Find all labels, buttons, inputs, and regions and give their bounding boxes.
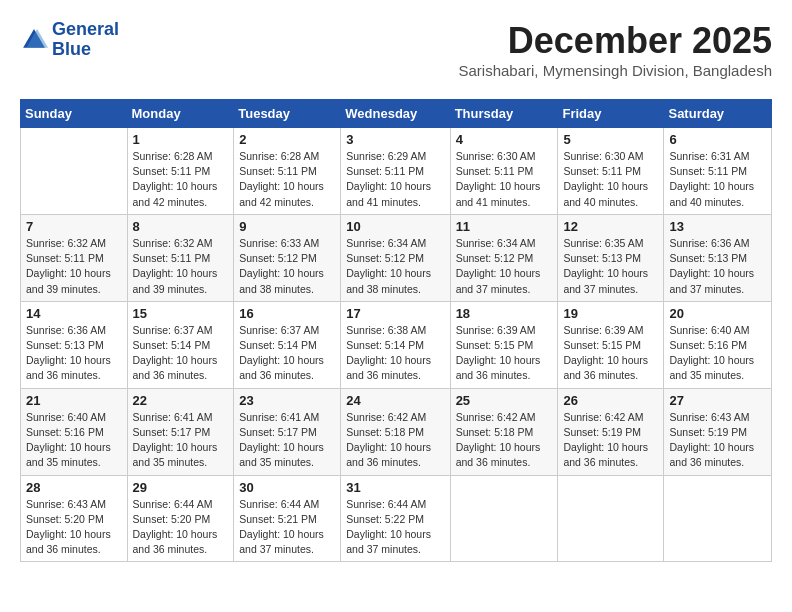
day-cell-3: 3Sunrise: 6:29 AMSunset: 5:11 PMDaylight…: [341, 128, 450, 215]
logo-icon: [20, 26, 48, 54]
day-info-6: Sunrise: 6:31 AMSunset: 5:11 PMDaylight:…: [669, 149, 766, 210]
day-number-19: 19: [563, 306, 658, 321]
logo: General Blue: [20, 20, 119, 60]
day-info-28: Sunrise: 6:43 AMSunset: 5:20 PMDaylight:…: [26, 497, 122, 558]
day-info-15: Sunrise: 6:37 AMSunset: 5:14 PMDaylight:…: [133, 323, 229, 384]
day-number-3: 3: [346, 132, 444, 147]
day-info-2: Sunrise: 6:28 AMSunset: 5:11 PMDaylight:…: [239, 149, 335, 210]
week-row-5: 28Sunrise: 6:43 AMSunset: 5:20 PMDayligh…: [21, 475, 772, 562]
day-number-23: 23: [239, 393, 335, 408]
day-number-29: 29: [133, 480, 229, 495]
day-info-10: Sunrise: 6:34 AMSunset: 5:12 PMDaylight:…: [346, 236, 444, 297]
day-cell-22: 22Sunrise: 6:41 AMSunset: 5:17 PMDayligh…: [127, 388, 234, 475]
day-number-9: 9: [239, 219, 335, 234]
week-row-1: 1Sunrise: 6:28 AMSunset: 5:11 PMDaylight…: [21, 128, 772, 215]
day-cell-12: 12Sunrise: 6:35 AMSunset: 5:13 PMDayligh…: [558, 214, 664, 301]
day-info-3: Sunrise: 6:29 AMSunset: 5:11 PMDaylight:…: [346, 149, 444, 210]
day-number-16: 16: [239, 306, 335, 321]
day-number-22: 22: [133, 393, 229, 408]
weekday-header-monday: Monday: [127, 100, 234, 128]
day-info-11: Sunrise: 6:34 AMSunset: 5:12 PMDaylight:…: [456, 236, 553, 297]
day-number-31: 31: [346, 480, 444, 495]
weekday-header-row: SundayMondayTuesdayWednesdayThursdayFrid…: [21, 100, 772, 128]
day-number-17: 17: [346, 306, 444, 321]
day-number-8: 8: [133, 219, 229, 234]
weekday-header-tuesday: Tuesday: [234, 100, 341, 128]
day-info-25: Sunrise: 6:42 AMSunset: 5:18 PMDaylight:…: [456, 410, 553, 471]
weekday-header-sunday: Sunday: [21, 100, 128, 128]
day-cell-4: 4Sunrise: 6:30 AMSunset: 5:11 PMDaylight…: [450, 128, 558, 215]
day-cell-31: 31Sunrise: 6:44 AMSunset: 5:22 PMDayligh…: [341, 475, 450, 562]
day-number-18: 18: [456, 306, 553, 321]
day-cell-15: 15Sunrise: 6:37 AMSunset: 5:14 PMDayligh…: [127, 301, 234, 388]
day-number-10: 10: [346, 219, 444, 234]
location-title: Sarishabari, Mymensingh Division, Bangla…: [459, 62, 773, 79]
day-info-20: Sunrise: 6:40 AMSunset: 5:16 PMDaylight:…: [669, 323, 766, 384]
day-cell-17: 17Sunrise: 6:38 AMSunset: 5:14 PMDayligh…: [341, 301, 450, 388]
day-number-30: 30: [239, 480, 335, 495]
day-cell-24: 24Sunrise: 6:42 AMSunset: 5:18 PMDayligh…: [341, 388, 450, 475]
day-info-14: Sunrise: 6:36 AMSunset: 5:13 PMDaylight:…: [26, 323, 122, 384]
calendar: SundayMondayTuesdayWednesdayThursdayFrid…: [20, 99, 772, 562]
day-number-12: 12: [563, 219, 658, 234]
day-number-1: 1: [133, 132, 229, 147]
empty-cell: [450, 475, 558, 562]
title-section: December 2025 Sarishabari, Mymensingh Di…: [459, 20, 773, 89]
day-info-5: Sunrise: 6:30 AMSunset: 5:11 PMDaylight:…: [563, 149, 658, 210]
day-number-15: 15: [133, 306, 229, 321]
day-cell-23: 23Sunrise: 6:41 AMSunset: 5:17 PMDayligh…: [234, 388, 341, 475]
day-cell-8: 8Sunrise: 6:32 AMSunset: 5:11 PMDaylight…: [127, 214, 234, 301]
day-info-31: Sunrise: 6:44 AMSunset: 5:22 PMDaylight:…: [346, 497, 444, 558]
top-row: General Blue December 2025 Sarishabari, …: [20, 20, 772, 91]
day-cell-25: 25Sunrise: 6:42 AMSunset: 5:18 PMDayligh…: [450, 388, 558, 475]
day-number-13: 13: [669, 219, 766, 234]
day-info-12: Sunrise: 6:35 AMSunset: 5:13 PMDaylight:…: [563, 236, 658, 297]
weekday-header-thursday: Thursday: [450, 100, 558, 128]
day-cell-7: 7Sunrise: 6:32 AMSunset: 5:11 PMDaylight…: [21, 214, 128, 301]
weekday-header-saturday: Saturday: [664, 100, 772, 128]
day-number-6: 6: [669, 132, 766, 147]
day-number-5: 5: [563, 132, 658, 147]
day-info-13: Sunrise: 6:36 AMSunset: 5:13 PMDaylight:…: [669, 236, 766, 297]
day-number-21: 21: [26, 393, 122, 408]
day-cell-9: 9Sunrise: 6:33 AMSunset: 5:12 PMDaylight…: [234, 214, 341, 301]
day-info-7: Sunrise: 6:32 AMSunset: 5:11 PMDaylight:…: [26, 236, 122, 297]
day-cell-11: 11Sunrise: 6:34 AMSunset: 5:12 PMDayligh…: [450, 214, 558, 301]
week-row-2: 7Sunrise: 6:32 AMSunset: 5:11 PMDaylight…: [21, 214, 772, 301]
day-number-28: 28: [26, 480, 122, 495]
day-cell-28: 28Sunrise: 6:43 AMSunset: 5:20 PMDayligh…: [21, 475, 128, 562]
empty-cell: [21, 128, 128, 215]
day-number-14: 14: [26, 306, 122, 321]
day-info-19: Sunrise: 6:39 AMSunset: 5:15 PMDaylight:…: [563, 323, 658, 384]
day-info-27: Sunrise: 6:43 AMSunset: 5:19 PMDaylight:…: [669, 410, 766, 471]
day-number-20: 20: [669, 306, 766, 321]
day-number-27: 27: [669, 393, 766, 408]
logo-line1: General: [52, 20, 119, 40]
day-number-2: 2: [239, 132, 335, 147]
day-number-4: 4: [456, 132, 553, 147]
day-info-4: Sunrise: 6:30 AMSunset: 5:11 PMDaylight:…: [456, 149, 553, 210]
week-row-3: 14Sunrise: 6:36 AMSunset: 5:13 PMDayligh…: [21, 301, 772, 388]
day-cell-30: 30Sunrise: 6:44 AMSunset: 5:21 PMDayligh…: [234, 475, 341, 562]
day-info-30: Sunrise: 6:44 AMSunset: 5:21 PMDaylight:…: [239, 497, 335, 558]
empty-cell: [664, 475, 772, 562]
day-cell-19: 19Sunrise: 6:39 AMSunset: 5:15 PMDayligh…: [558, 301, 664, 388]
day-cell-27: 27Sunrise: 6:43 AMSunset: 5:19 PMDayligh…: [664, 388, 772, 475]
day-number-7: 7: [26, 219, 122, 234]
day-cell-16: 16Sunrise: 6:37 AMSunset: 5:14 PMDayligh…: [234, 301, 341, 388]
day-cell-26: 26Sunrise: 6:42 AMSunset: 5:19 PMDayligh…: [558, 388, 664, 475]
week-row-4: 21Sunrise: 6:40 AMSunset: 5:16 PMDayligh…: [21, 388, 772, 475]
logo-text: General Blue: [52, 20, 119, 60]
logo-line2: Blue: [52, 40, 119, 60]
weekday-header-friday: Friday: [558, 100, 664, 128]
day-number-11: 11: [456, 219, 553, 234]
day-cell-21: 21Sunrise: 6:40 AMSunset: 5:16 PMDayligh…: [21, 388, 128, 475]
day-info-22: Sunrise: 6:41 AMSunset: 5:17 PMDaylight:…: [133, 410, 229, 471]
day-cell-2: 2Sunrise: 6:28 AMSunset: 5:11 PMDaylight…: [234, 128, 341, 215]
day-info-18: Sunrise: 6:39 AMSunset: 5:15 PMDaylight:…: [456, 323, 553, 384]
day-info-16: Sunrise: 6:37 AMSunset: 5:14 PMDaylight:…: [239, 323, 335, 384]
day-info-8: Sunrise: 6:32 AMSunset: 5:11 PMDaylight:…: [133, 236, 229, 297]
day-cell-1: 1Sunrise: 6:28 AMSunset: 5:11 PMDaylight…: [127, 128, 234, 215]
day-cell-14: 14Sunrise: 6:36 AMSunset: 5:13 PMDayligh…: [21, 301, 128, 388]
day-info-29: Sunrise: 6:44 AMSunset: 5:20 PMDaylight:…: [133, 497, 229, 558]
